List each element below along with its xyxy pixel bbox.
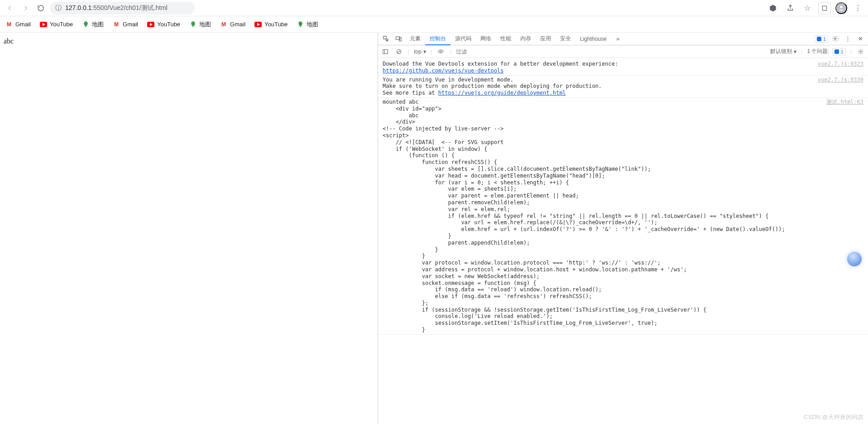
svg-line-13 — [398, 50, 400, 53]
svg-point-16 — [860, 51, 862, 53]
log-text: mounted abc <div id="app"> abc </div> <!… — [383, 99, 822, 333]
page-text: abc — [4, 37, 14, 45]
url-text: 127.0.0.1:5500/Vue2/ch01/测试.html — [65, 4, 168, 12]
youtube-icon — [147, 21, 154, 28]
svg-point-15 — [441, 51, 442, 52]
svg-point-6 — [300, 23, 301, 24]
maps-icon — [82, 21, 89, 28]
devtools-tab[interactable]: 安全 — [556, 33, 575, 45]
bookmark-item[interactable]: MGmail — [5, 21, 31, 28]
bookmark-item[interactable]: YouTube — [40, 21, 73, 28]
main-area: abc 元素控制台源代码网络性能内存应用安全Lighthouse » 1 ⋮ ✕ — [0, 33, 868, 424]
devtools-tab[interactable]: 元素 — [405, 33, 425, 45]
svg-rect-10 — [383, 49, 388, 53]
console-log-row: Download the Vue Devtools extension for … — [378, 60, 868, 76]
devtools-tab[interactable]: 控制台 — [425, 33, 451, 45]
translate-icon-svg — [769, 4, 777, 12]
floating-assistant-icon[interactable] — [847, 252, 862, 266]
log-level-selector[interactable]: 默认级别 ▾ — [770, 48, 796, 55]
devtools-tab[interactable]: 性能 — [496, 33, 516, 45]
translate-icon[interactable] — [767, 2, 779, 14]
bookmark-item[interactable]: YouTube — [254, 21, 288, 28]
log-text: Download the Vue Devtools extension for … — [383, 61, 618, 67]
bookmark-label: 地图 — [307, 20, 318, 29]
bookmark-label: YouTube — [264, 21, 288, 28]
svg-point-4 — [192, 23, 194, 24]
gmail-icon: M — [113, 21, 120, 28]
log-source-link[interactable]: vue2.7.js:9323 — [813, 61, 863, 74]
log-source-link[interactable]: vue2.7.js:9330 — [813, 77, 863, 96]
reload-button[interactable] — [34, 2, 47, 14]
share-icon-svg — [786, 4, 794, 12]
bookmark-item[interactable]: 地图 — [189, 20, 211, 29]
bookmark-item[interactable]: 地图 — [297, 20, 318, 29]
devtools-close-icon[interactable]: ✕ — [854, 33, 866, 45]
console-toolbar: | top ▾ | | 默认级别 ▾ | 1 个问题: 1 — [378, 45, 868, 58]
site-info-icon[interactable]: ⓘ — [55, 4, 62, 12]
issues-badge[interactable]: 1 — [815, 35, 828, 43]
bookmark-bar: MGmailYouTube地图MGmailYouTube地图MGmailYouT… — [0, 16, 868, 33]
svg-point-2 — [85, 23, 86, 24]
youtube-icon — [254, 21, 262, 28]
maps-icon — [297, 21, 304, 28]
bookmark-item[interactable]: YouTube — [147, 21, 180, 28]
more-tabs-icon[interactable]: » — [612, 33, 624, 45]
devtools-tab[interactable]: Lighthouse — [575, 33, 611, 45]
chevron-down-icon: ▾ — [794, 48, 796, 55]
gmail-icon: M — [220, 21, 227, 28]
context-selector[interactable]: top ▾ — [414, 48, 426, 55]
bookmark-label: 地图 — [92, 20, 104, 29]
console-log-row: You are running Vue in development mode.… — [378, 76, 868, 98]
puzzle-icon — [821, 5, 828, 11]
svg-point-9 — [834, 38, 836, 40]
profile-avatar[interactable] — [835, 2, 847, 14]
arrow-right-icon — [21, 4, 29, 12]
bookmark-label: Gmail — [230, 21, 245, 28]
issues-summary[interactable]: 1 个问题: 1 — [807, 48, 845, 55]
share-icon[interactable] — [784, 2, 796, 14]
bookmark-label: Gmail — [15, 21, 31, 28]
log-link[interactable]: https://github.com/vuejs/vue-devtools — [383, 67, 504, 74]
devtools-tabs: 元素控制台源代码网络性能内存应用安全Lighthouse » 1 ⋮ ✕ — [378, 33, 868, 45]
extensions-icon[interactable] — [818, 2, 831, 14]
devtools-tab[interactable]: 内存 — [516, 33, 536, 45]
bookmark-label: YouTube — [157, 21, 180, 28]
person-icon — [838, 5, 845, 12]
watermark-text: CSDN @天秤座的码农 — [804, 413, 863, 421]
bookmark-star-icon[interactable]: ☆ — [801, 2, 814, 14]
console-filter-input[interactable] — [456, 48, 766, 55]
chrome-menu-icon[interactable]: ⋮ — [852, 2, 864, 14]
back-button[interactable] — [4, 2, 16, 14]
bookmark-label: 地图 — [199, 20, 211, 29]
chevron-down-icon: ▾ — [423, 48, 426, 55]
inspect-element-icon[interactable] — [380, 33, 392, 45]
log-link[interactable]: https://vuejs.org/guide/deployment.html — [438, 90, 566, 96]
gmail-icon: M — [5, 21, 13, 28]
console-filter[interactable] — [456, 48, 766, 55]
bookmark-item[interactable]: MGmail — [220, 21, 245, 28]
console-settings-icon[interactable] — [856, 45, 865, 58]
youtube-icon — [40, 21, 47, 28]
bookmark-item[interactable]: 地图 — [82, 20, 104, 29]
log-source-link[interactable]: 测试.html:63 — [822, 99, 863, 333]
devtools-settings-icon[interactable] — [829, 33, 841, 45]
page-content: abc — [0, 33, 378, 424]
toggle-sidebar-icon[interactable] — [381, 45, 390, 58]
svg-rect-8 — [399, 38, 401, 41]
maps-icon — [189, 21, 197, 28]
devtools-tab[interactable]: 源代码 — [451, 33, 476, 45]
forward-button[interactable] — [19, 2, 32, 14]
devtools-tab[interactable]: 网络 — [476, 33, 496, 45]
console-output: Download the Vue Devtools extension for … — [378, 58, 868, 424]
clear-console-icon[interactable] — [394, 45, 403, 58]
devtools-tab[interactable]: 应用 — [536, 33, 556, 45]
devtools-menu-icon[interactable]: ⋮ — [842, 33, 854, 45]
bookmark-label: Gmail — [123, 21, 138, 28]
reload-icon — [37, 4, 45, 12]
svg-point-0 — [840, 5, 842, 8]
device-toolbar-icon[interactable] — [393, 33, 404, 45]
console-log-row: mounted abc <div id="app"> abc </div> <!… — [378, 98, 868, 335]
address-bar[interactable]: ⓘ 127.0.0.1:5500/Vue2/ch01/测试.html — [50, 2, 195, 14]
bookmark-item[interactable]: MGmail — [113, 21, 138, 28]
live-expression-icon[interactable] — [436, 45, 446, 58]
